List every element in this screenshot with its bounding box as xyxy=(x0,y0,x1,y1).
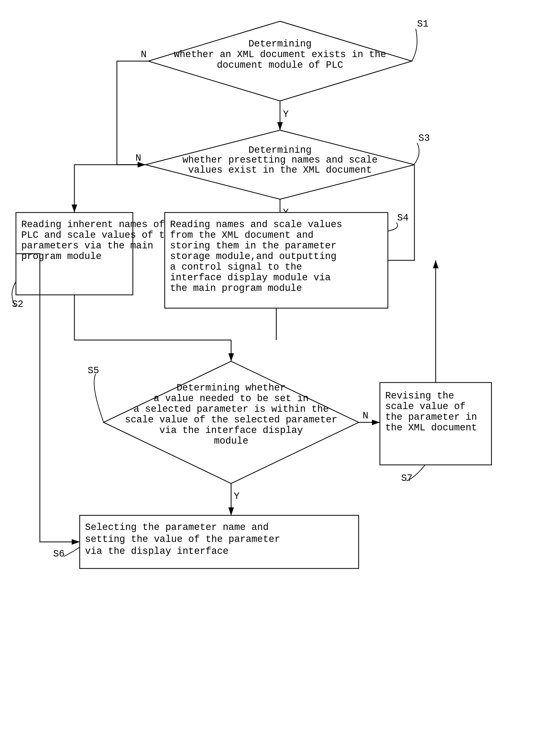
box-s4-line6: interface display module via xyxy=(170,272,331,283)
arrow-d1-n-to-d2 xyxy=(117,61,148,165)
box-s4-line5: a control signal to the xyxy=(170,262,302,272)
box-s2-line4: program module xyxy=(21,251,101,262)
diamond5-line3: a selected parameter is within the xyxy=(134,404,329,415)
diamond5-y-label: Y xyxy=(234,491,240,502)
diamond1-y-label: Y xyxy=(283,109,289,120)
box-s4-line2: from the XML document and xyxy=(170,230,313,241)
diamond2-line3: values exist in the XML document xyxy=(188,165,372,176)
diamond5-line6: module xyxy=(214,436,248,446)
s5-label: S5 xyxy=(88,365,99,376)
diamond5-line4: scale value of the selected parameter xyxy=(125,414,337,425)
box-s6-line1: Selecting the parameter name and xyxy=(85,522,268,533)
diamond1-n-label: N xyxy=(141,49,147,60)
s2-label: S2 xyxy=(12,299,24,310)
diamond1-line1: Determining xyxy=(248,39,312,49)
diamond5-line5: via the interface display xyxy=(159,425,303,436)
diamond2-line2: whether presetting names and scale xyxy=(182,155,378,166)
box-s4-line3: storing them in the parameter xyxy=(170,241,337,251)
s1-label: S1 xyxy=(417,18,429,30)
box-s4-line1: Reading names and scale values xyxy=(170,219,342,230)
diamond2-n-label: N xyxy=(135,153,141,164)
box-s6-line2: setting the value of the parameter xyxy=(85,534,280,545)
s3-label: S3 xyxy=(419,133,430,144)
box-s7-line1: Revising the xyxy=(385,391,454,401)
diamond5-n-label: N xyxy=(362,410,369,421)
box-s2-line3: parameters via the main xyxy=(21,241,153,251)
box-s4-line7: the main program module xyxy=(170,283,302,294)
box-s2-line1: Reading inherent names of xyxy=(21,219,165,230)
diamond2-line1: Determining xyxy=(248,145,312,156)
box-s2-line2: PLC and scale values of the xyxy=(21,230,176,241)
flowchart: S1 Determining whether an XML document e… xyxy=(0,0,560,743)
box-s4-line4: storage module,and outputting xyxy=(170,251,337,262)
box-s7-line2: scale value of xyxy=(385,401,465,412)
box-s7-line3: the parameter in xyxy=(385,412,477,423)
diamond5-line2: a value needed to be set in xyxy=(154,393,308,404)
s6-label: S6 xyxy=(53,549,64,560)
diamond1-line2: whether an XML document exists in the xyxy=(174,49,386,60)
diamond5-line1: Determining whether xyxy=(177,383,286,393)
s4-label: S4 xyxy=(397,213,408,223)
arrow-d2-n-to-s2 xyxy=(74,165,145,213)
box-s6-line3: via the display interface xyxy=(85,546,228,557)
arrow-s2-to-s6 xyxy=(16,254,80,542)
diamond1-line3: document module of PLC xyxy=(217,60,343,71)
box-s7-line4: the XML document xyxy=(385,422,477,433)
